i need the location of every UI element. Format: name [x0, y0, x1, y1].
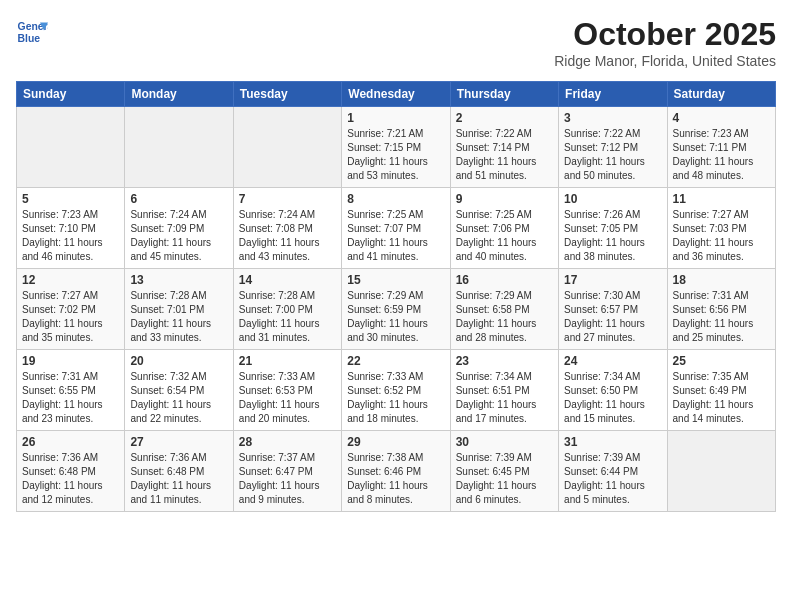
- logo-icon: General Blue: [16, 16, 48, 48]
- calendar-cell: 7Sunrise: 7:24 AM Sunset: 7:08 PM Daylig…: [233, 188, 341, 269]
- day-number: 12: [22, 273, 119, 287]
- calendar-table: SundayMondayTuesdayWednesdayThursdayFrid…: [16, 81, 776, 512]
- calendar-cell: 1Sunrise: 7:21 AM Sunset: 7:15 PM Daylig…: [342, 107, 450, 188]
- day-info: Sunrise: 7:29 AM Sunset: 6:58 PM Dayligh…: [456, 289, 553, 345]
- day-info: Sunrise: 7:39 AM Sunset: 6:44 PM Dayligh…: [564, 451, 661, 507]
- day-number: 22: [347, 354, 444, 368]
- day-number: 29: [347, 435, 444, 449]
- calendar-cell: [125, 107, 233, 188]
- day-info: Sunrise: 7:39 AM Sunset: 6:45 PM Dayligh…: [456, 451, 553, 507]
- day-info: Sunrise: 7:38 AM Sunset: 6:46 PM Dayligh…: [347, 451, 444, 507]
- day-number: 10: [564, 192, 661, 206]
- day-number: 20: [130, 354, 227, 368]
- page-header: General Blue October 2025 Ridge Manor, F…: [16, 16, 776, 69]
- day-number: 3: [564, 111, 661, 125]
- day-number: 19: [22, 354, 119, 368]
- day-info: Sunrise: 7:34 AM Sunset: 6:51 PM Dayligh…: [456, 370, 553, 426]
- calendar-week-2: 5Sunrise: 7:23 AM Sunset: 7:10 PM Daylig…: [17, 188, 776, 269]
- calendar-cell: 9Sunrise: 7:25 AM Sunset: 7:06 PM Daylig…: [450, 188, 558, 269]
- calendar-cell: 20Sunrise: 7:32 AM Sunset: 6:54 PM Dayli…: [125, 350, 233, 431]
- day-header-wednesday: Wednesday: [342, 82, 450, 107]
- day-header-tuesday: Tuesday: [233, 82, 341, 107]
- day-info: Sunrise: 7:27 AM Sunset: 7:03 PM Dayligh…: [673, 208, 770, 264]
- day-info: Sunrise: 7:36 AM Sunset: 6:48 PM Dayligh…: [130, 451, 227, 507]
- calendar-cell: 10Sunrise: 7:26 AM Sunset: 7:05 PM Dayli…: [559, 188, 667, 269]
- calendar-header-row: SundayMondayTuesdayWednesdayThursdayFrid…: [17, 82, 776, 107]
- day-number: 5: [22, 192, 119, 206]
- calendar-cell: 30Sunrise: 7:39 AM Sunset: 6:45 PM Dayli…: [450, 431, 558, 512]
- calendar-cell: 12Sunrise: 7:27 AM Sunset: 7:02 PM Dayli…: [17, 269, 125, 350]
- calendar-cell: 6Sunrise: 7:24 AM Sunset: 7:09 PM Daylig…: [125, 188, 233, 269]
- day-info: Sunrise: 7:30 AM Sunset: 6:57 PM Dayligh…: [564, 289, 661, 345]
- day-info: Sunrise: 7:23 AM Sunset: 7:10 PM Dayligh…: [22, 208, 119, 264]
- day-number: 1: [347, 111, 444, 125]
- day-info: Sunrise: 7:33 AM Sunset: 6:52 PM Dayligh…: [347, 370, 444, 426]
- day-number: 31: [564, 435, 661, 449]
- day-number: 9: [456, 192, 553, 206]
- calendar-cell: 31Sunrise: 7:39 AM Sunset: 6:44 PM Dayli…: [559, 431, 667, 512]
- day-header-sunday: Sunday: [17, 82, 125, 107]
- day-number: 17: [564, 273, 661, 287]
- day-header-thursday: Thursday: [450, 82, 558, 107]
- day-header-friday: Friday: [559, 82, 667, 107]
- day-number: 30: [456, 435, 553, 449]
- day-number: 15: [347, 273, 444, 287]
- day-info: Sunrise: 7:24 AM Sunset: 7:09 PM Dayligh…: [130, 208, 227, 264]
- day-number: 7: [239, 192, 336, 206]
- location: Ridge Manor, Florida, United States: [554, 53, 776, 69]
- day-number: 23: [456, 354, 553, 368]
- calendar-cell: 14Sunrise: 7:28 AM Sunset: 7:00 PM Dayli…: [233, 269, 341, 350]
- calendar-week-3: 12Sunrise: 7:27 AM Sunset: 7:02 PM Dayli…: [17, 269, 776, 350]
- day-info: Sunrise: 7:32 AM Sunset: 6:54 PM Dayligh…: [130, 370, 227, 426]
- day-number: 6: [130, 192, 227, 206]
- calendar-cell: 17Sunrise: 7:30 AM Sunset: 6:57 PM Dayli…: [559, 269, 667, 350]
- day-info: Sunrise: 7:29 AM Sunset: 6:59 PM Dayligh…: [347, 289, 444, 345]
- calendar-cell: 25Sunrise: 7:35 AM Sunset: 6:49 PM Dayli…: [667, 350, 775, 431]
- day-number: 16: [456, 273, 553, 287]
- day-header-saturday: Saturday: [667, 82, 775, 107]
- calendar-cell: [233, 107, 341, 188]
- day-info: Sunrise: 7:34 AM Sunset: 6:50 PM Dayligh…: [564, 370, 661, 426]
- calendar-cell: 15Sunrise: 7:29 AM Sunset: 6:59 PM Dayli…: [342, 269, 450, 350]
- day-header-monday: Monday: [125, 82, 233, 107]
- day-info: Sunrise: 7:27 AM Sunset: 7:02 PM Dayligh…: [22, 289, 119, 345]
- day-info: Sunrise: 7:24 AM Sunset: 7:08 PM Dayligh…: [239, 208, 336, 264]
- calendar-cell: 13Sunrise: 7:28 AM Sunset: 7:01 PM Dayli…: [125, 269, 233, 350]
- calendar-cell: 8Sunrise: 7:25 AM Sunset: 7:07 PM Daylig…: [342, 188, 450, 269]
- day-number: 8: [347, 192, 444, 206]
- calendar-cell: 28Sunrise: 7:37 AM Sunset: 6:47 PM Dayli…: [233, 431, 341, 512]
- calendar-cell: 29Sunrise: 7:38 AM Sunset: 6:46 PM Dayli…: [342, 431, 450, 512]
- day-number: 25: [673, 354, 770, 368]
- calendar-cell: 16Sunrise: 7:29 AM Sunset: 6:58 PM Dayli…: [450, 269, 558, 350]
- day-info: Sunrise: 7:36 AM Sunset: 6:48 PM Dayligh…: [22, 451, 119, 507]
- day-number: 18: [673, 273, 770, 287]
- day-info: Sunrise: 7:28 AM Sunset: 7:01 PM Dayligh…: [130, 289, 227, 345]
- day-number: 4: [673, 111, 770, 125]
- day-number: 14: [239, 273, 336, 287]
- day-info: Sunrise: 7:33 AM Sunset: 6:53 PM Dayligh…: [239, 370, 336, 426]
- day-info: Sunrise: 7:37 AM Sunset: 6:47 PM Dayligh…: [239, 451, 336, 507]
- calendar-cell: 3Sunrise: 7:22 AM Sunset: 7:12 PM Daylig…: [559, 107, 667, 188]
- day-info: Sunrise: 7:26 AM Sunset: 7:05 PM Dayligh…: [564, 208, 661, 264]
- day-number: 28: [239, 435, 336, 449]
- month-title: October 2025: [554, 16, 776, 53]
- calendar-week-5: 26Sunrise: 7:36 AM Sunset: 6:48 PM Dayli…: [17, 431, 776, 512]
- calendar-cell: 4Sunrise: 7:23 AM Sunset: 7:11 PM Daylig…: [667, 107, 775, 188]
- calendar-cell: 23Sunrise: 7:34 AM Sunset: 6:51 PM Dayli…: [450, 350, 558, 431]
- day-number: 26: [22, 435, 119, 449]
- day-number: 21: [239, 354, 336, 368]
- calendar-cell: 26Sunrise: 7:36 AM Sunset: 6:48 PM Dayli…: [17, 431, 125, 512]
- calendar-week-4: 19Sunrise: 7:31 AM Sunset: 6:55 PM Dayli…: [17, 350, 776, 431]
- calendar-cell: 19Sunrise: 7:31 AM Sunset: 6:55 PM Dayli…: [17, 350, 125, 431]
- calendar-cell: 21Sunrise: 7:33 AM Sunset: 6:53 PM Dayli…: [233, 350, 341, 431]
- day-number: 13: [130, 273, 227, 287]
- day-info: Sunrise: 7:25 AM Sunset: 7:06 PM Dayligh…: [456, 208, 553, 264]
- calendar-cell: 27Sunrise: 7:36 AM Sunset: 6:48 PM Dayli…: [125, 431, 233, 512]
- calendar-cell: 22Sunrise: 7:33 AM Sunset: 6:52 PM Dayli…: [342, 350, 450, 431]
- day-number: 24: [564, 354, 661, 368]
- day-info: Sunrise: 7:22 AM Sunset: 7:14 PM Dayligh…: [456, 127, 553, 183]
- day-number: 27: [130, 435, 227, 449]
- day-info: Sunrise: 7:25 AM Sunset: 7:07 PM Dayligh…: [347, 208, 444, 264]
- calendar-cell: 11Sunrise: 7:27 AM Sunset: 7:03 PM Dayli…: [667, 188, 775, 269]
- title-block: October 2025 Ridge Manor, Florida, Unite…: [554, 16, 776, 69]
